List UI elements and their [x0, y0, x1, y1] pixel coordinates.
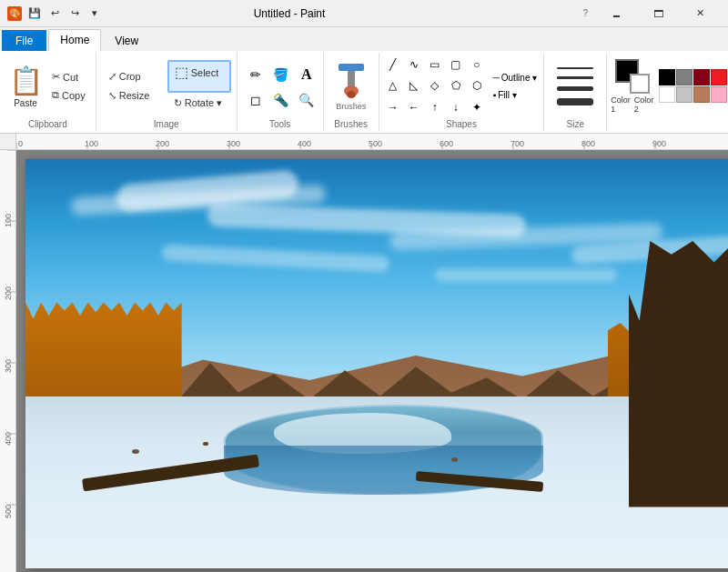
right-triangle-tool[interactable]: ◺	[404, 75, 424, 95]
stone-3	[451, 457, 458, 462]
cut-button[interactable]: ✂ Cut	[47, 68, 90, 85]
title-bar-left: 🎨 💾 ↩ ↪ ▾ Untitled - Paint	[7, 5, 471, 23]
svg-text:0: 0	[18, 139, 23, 148]
picker-tool[interactable]: 🔦	[268, 87, 294, 113]
tools-group: ✏ 🪣 A ◻ 🔦 🔍 Tools	[238, 53, 324, 131]
magnify-tool[interactable]: 🔍	[294, 87, 319, 113]
size-content	[550, 55, 601, 117]
size-2-btn[interactable]	[557, 76, 593, 79]
size-3-btn[interactable]	[557, 86, 593, 91]
clipboard-small-btns: ✂ Cut ⧉ Copy	[47, 68, 90, 104]
undo-quick-btn[interactable]: ↩	[46, 5, 64, 23]
rounded-rect-tool[interactable]: ▢	[446, 55, 466, 75]
image-label: Image	[154, 119, 179, 129]
arrow-left-tool[interactable]: ←	[404, 97, 424, 117]
fill-tool[interactable]: 🪣	[268, 62, 294, 87]
palette-black[interactable]	[659, 69, 675, 85]
ribbon-tabs: File Home View	[0, 27, 728, 51]
horizontal-ruler: 0 100 200 300 400 500 600 700 800 900	[16, 134, 728, 150]
rotate-button[interactable]: ↻ Rotate ▾	[167, 95, 231, 112]
palette-darkred[interactable]	[693, 69, 710, 85]
image-content: ⤢ Crop ⤡ Resize ⬚ Select ↻ Rotate ▾	[102, 55, 231, 117]
brushes-button[interactable]: Brushes	[329, 59, 373, 114]
arrow-up-tool[interactable]: ↑	[425, 97, 445, 117]
cut-label: Cut	[63, 72, 78, 83]
paint-canvas[interactable]	[25, 159, 728, 568]
select-label: Select	[191, 67, 219, 78]
brushes-group: Brushes Brushes	[324, 53, 379, 131]
shapes-label: Shapes	[446, 119, 477, 129]
image-btns: ⤢ Crop ⤡ Resize	[102, 68, 166, 105]
palette-red[interactable]	[711, 69, 727, 85]
brushes-content: Brushes	[329, 55, 373, 117]
tab-view[interactable]: View	[103, 30, 150, 51]
fill-button[interactable]: ▪ Fill ▾	[490, 88, 541, 102]
h-ruler-svg: 0 100 200 300 400 500 600 700 800 900	[16, 134, 728, 150]
fill-label: Fill ▾	[498, 90, 517, 100]
window-title: Untitled - Paint	[254, 7, 326, 20]
rect-tool[interactable]: ▭	[425, 55, 445, 75]
clipboard-content: 📋 Paste ✂ Cut ⧉ Copy	[5, 55, 90, 117]
palette-brown[interactable]	[693, 86, 710, 103]
resize-button[interactable]: ⤡ Resize	[102, 87, 166, 105]
stone-2	[203, 442, 208, 446]
paste-button[interactable]: 📋 Paste	[5, 59, 46, 114]
hexagon-tool[interactable]: ⬡	[467, 75, 487, 95]
diamond-tool[interactable]: ◇	[425, 75, 445, 95]
size-4-btn[interactable]	[557, 98, 593, 105]
colors-group: Color1 Color2	[607, 53, 728, 131]
minimize-button[interactable]: 🗕	[595, 0, 637, 27]
maximize-button[interactable]: 🗖	[637, 0, 679, 27]
color2-box[interactable]	[630, 74, 650, 94]
palette-lightgray[interactable]	[676, 86, 693, 103]
crop-label: Crop	[119, 71, 141, 82]
ribbon: 📋 Paste ✂ Cut ⧉ Copy Clipboard ⤢ C	[0, 51, 728, 134]
crop-button[interactable]: ⤢ Crop	[102, 68, 166, 85]
text-tool[interactable]: A	[294, 62, 319, 87]
svg-point-3	[347, 91, 356, 98]
canvas-container[interactable]	[16, 150, 728, 572]
palette-white[interactable]	[659, 86, 675, 103]
select-button[interactable]: ⬚ Select	[167, 60, 231, 93]
quick-access-dropdown[interactable]: ▾	[86, 5, 104, 23]
pentagon-tool[interactable]: ⬠	[446, 75, 466, 95]
redo-quick-btn[interactable]: ↪	[66, 5, 84, 23]
v-ruler-svg: 100 200 300 400 500	[0, 150, 16, 572]
ellipse-tool[interactable]: ○	[467, 55, 487, 75]
outline-button[interactable]: ─ Outline ▾	[490, 71, 541, 85]
arrow-right-tool[interactable]: →	[383, 97, 403, 117]
eraser-tool[interactable]: ◻	[243, 87, 268, 113]
size-1-btn[interactable]	[557, 67, 593, 69]
fill-icon: ▪	[493, 90, 497, 100]
tools-content: ✏ 🪣 A ◻ 🔦 🔍	[243, 55, 318, 117]
svg-text:500: 500	[4, 505, 13, 518]
svg-text:800: 800	[581, 139, 595, 148]
save-quick-btn[interactable]: 💾	[25, 5, 44, 23]
close-button[interactable]: ✕	[679, 0, 721, 27]
palette-gray[interactable]	[676, 69, 693, 85]
main-content: 0 100 200 300 400 500 600 700 800 900	[0, 134, 728, 572]
color-palette	[659, 69, 728, 103]
triangle-tool[interactable]: △	[383, 75, 403, 95]
line-tool[interactable]: ╱	[383, 55, 403, 75]
help-icon[interactable]: ?	[582, 8, 588, 18]
pencil-tool[interactable]: ✏	[243, 62, 268, 87]
rotate-label: Rotate ▾	[185, 97, 222, 109]
svg-rect-0	[339, 64, 364, 71]
svg-text:100: 100	[4, 214, 13, 227]
arrow-down-tool[interactable]: ↓	[446, 97, 466, 117]
tab-home[interactable]: Home	[48, 29, 101, 51]
palette-lightpink[interactable]	[711, 86, 727, 103]
cloud-6	[435, 268, 617, 282]
star4-tool[interactable]: ✦	[467, 97, 487, 117]
outline-icon: ─	[493, 73, 500, 83]
copy-button[interactable]: ⧉ Copy	[47, 86, 90, 104]
paste-icon: 📋	[9, 65, 43, 96]
ruler-row: 0 100 200 300 400 500 600 700 800 900	[0, 134, 728, 150]
image-btns2: ⬚ Select ↻ Rotate ▾	[167, 60, 231, 112]
tab-file[interactable]: File	[2, 30, 46, 51]
curve-tool[interactable]: ∿	[404, 55, 424, 75]
title-bar: 🎨 💾 ↩ ↪ ▾ Untitled - Paint ? 🗕 🗖 ✕	[0, 0, 728, 27]
brushes-label: Brushes	[336, 102, 366, 111]
svg-text:700: 700	[511, 139, 524, 148]
